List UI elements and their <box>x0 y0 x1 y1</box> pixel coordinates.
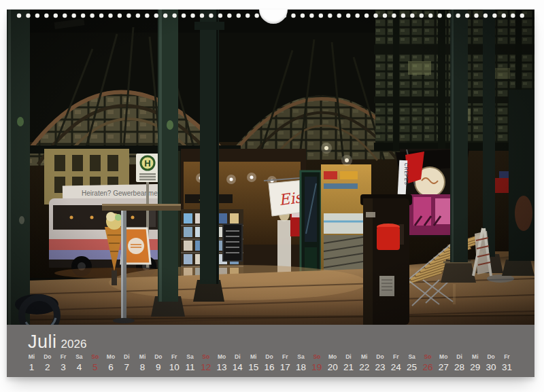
calendar-day-21: Di21 <box>341 353 356 372</box>
calendar-day-7: Di7 <box>120 353 134 372</box>
calendar-day-8: Mi8 <box>135 353 150 372</box>
calendar-day-16: Do16 <box>262 353 276 372</box>
calendar-title: Juli2026 <box>28 332 86 353</box>
calendar-day-29: Mi29 <box>468 353 482 372</box>
calendar-photo: Heiraten? Gewerbeanmel <box>7 10 534 325</box>
calendar-day-18: Sa18 <box>294 353 308 372</box>
vignette <box>7 10 534 325</box>
calendar-day-30: Do30 <box>484 353 498 372</box>
calendar-day-11: Sa11 <box>183 353 197 372</box>
calendar-day-15: Mi15 <box>246 353 260 372</box>
calendar-day-25: Sa25 <box>405 353 419 372</box>
calendar-day-12: So12 <box>199 353 213 372</box>
calendar-day-13: Mo13 <box>215 353 229 372</box>
calendar-strip: Juli2026 Mi1Do2Fr3Sa4So5Mo6Di7Mi8Do9Fr10… <box>7 325 534 377</box>
calendar-day-3: Fr3 <box>56 353 71 372</box>
calendar-day-23: Do23 <box>373 353 388 372</box>
calendar-day-17: Fr17 <box>278 353 292 372</box>
calendar-day-31: Fr31 <box>500 353 514 372</box>
month-label: Juli <box>28 332 57 352</box>
calendar-day-14: Di14 <box>231 353 245 372</box>
calendar-day-22: Mi22 <box>357 353 371 372</box>
calendar-day-10: Fr10 <box>167 353 182 372</box>
year-label: 2026 <box>61 338 87 351</box>
calendar-day-1: Mi1 <box>24 353 39 372</box>
calendar-day-4: Sa4 <box>72 353 86 372</box>
calendar-day-28: Di28 <box>452 353 466 372</box>
calendar-day-9: Do9 <box>151 353 165 372</box>
calendar-day-2: Do2 <box>40 353 54 372</box>
calendar-days-row: Mi1Do2Fr3Sa4So5Mo6Di7Mi8Do9Fr10Sa11So12M… <box>24 353 514 372</box>
calendar-day-20: Mo20 <box>326 353 340 372</box>
calendar-day-19: So19 <box>309 353 324 372</box>
product-mockup: Heiraten? Gewerbeanmel <box>0 0 544 392</box>
calendar-day-5: So5 <box>88 353 102 372</box>
calendar-day-27: Mo27 <box>437 353 451 372</box>
calendar-day-24: Fr24 <box>389 353 403 372</box>
calendar-sheet: Heiraten? Gewerbeanmel <box>7 10 534 377</box>
calendar-day-26: So26 <box>420 353 435 372</box>
photo-scene: Heiraten? Gewerbeanmel <box>7 10 534 325</box>
calendar-day-6: Mo6 <box>103 353 118 372</box>
